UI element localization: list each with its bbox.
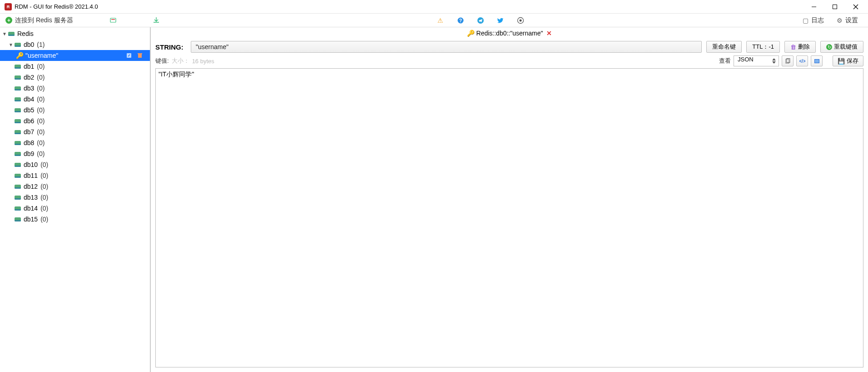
database-node[interactable]: db15(0) [0,214,150,225]
database-node[interactable]: db1(0) [0,61,150,72]
plus-icon: + [5,17,12,24]
rename-button[interactable]: 重命名键 [706,41,742,53]
maximize-icon [832,4,838,10]
edit-key-button[interactable] [125,52,133,59]
database-node[interactable]: db8(0) [0,137,150,148]
database-node[interactable]: db9(0) [0,148,150,159]
database-node[interactable]: db11(0) [0,170,150,181]
database-count: (0) [37,128,45,136]
size-value: 16 bytes [192,58,214,65]
minimize-icon [811,4,817,10]
svg-rect-12 [138,54,142,58]
tab-close-button[interactable]: ✕ [546,30,552,37]
delete-key-button[interactable] [136,52,144,59]
database-node[interactable]: db13(0) [0,192,150,203]
window-title: RDM - GUI for Redis® 2021.4.0 [15,3,98,10]
copy-button[interactable] [782,55,794,66]
import-icon [153,17,160,24]
connect-button[interactable]: + 连接到 Redis 服务器 [3,15,76,25]
database-node[interactable]: db2(0) [0,72,150,83]
help-icon: ? [457,17,464,24]
database-node[interactable]: db10(0) [0,159,150,170]
database-label: db3 [24,85,34,92]
connection-node[interactable]: ▼ Redis [0,28,150,39]
database-icon [14,152,22,156]
key-node[interactable]: 🔑 "username" [0,50,150,61]
database-label: db8 [24,139,34,146]
reload-button[interactable]: ↻重载键值 [820,41,863,53]
reload-label: 重载键值 [834,43,858,51]
help-button[interactable]: ? [456,15,466,25]
chevron-down-icon: ▼ [2,31,7,36]
telegram-button[interactable] [476,15,486,25]
raw-button[interactable] [811,55,823,66]
database-icon [14,130,22,134]
view-format-select[interactable]: JSON [734,55,779,66]
database-count: (0) [37,117,45,125]
database-icon [14,196,22,200]
value-editor[interactable]: "IT小辉同学" [155,68,863,367]
maximize-button[interactable] [824,0,845,14]
code-button[interactable]: </> [796,55,808,66]
database-label: db1 [24,63,34,70]
import-button[interactable] [151,15,161,25]
database-label: db13 [24,194,38,201]
database-count: (0) [37,150,45,157]
server-icon [7,32,15,36]
database-label: db10 [24,161,38,168]
app-icon: R [5,3,12,10]
svg-rect-17 [814,59,819,63]
database-node[interactable]: db4(0) [0,94,150,105]
github-icon [517,17,524,24]
delete-button[interactable]: 🗑删除 [784,41,816,53]
filter-button[interactable] [109,15,119,25]
telegram-icon [477,17,484,24]
database-node[interactable]: db5(0) [0,105,150,116]
database-node[interactable]: db12(0) [0,181,150,192]
database-count: (0) [37,96,45,103]
minimize-button[interactable] [804,0,824,14]
svg-rect-1 [833,5,837,9]
gear-icon: ⚙ [837,17,843,24]
key-type-label: STRING: [155,43,186,51]
database-node[interactable]: db3(0) [0,83,150,94]
svg-rect-4 [110,18,116,22]
database-icon [14,97,22,101]
key-header-row: STRING: 重命名键 TTL：-1 🗑删除 ↻重载键值 [151,39,868,55]
database-node[interactable]: ▼ db0 (1) [0,39,150,50]
database-node[interactable]: db14(0) [0,203,150,214]
database-count: (0) [37,74,45,81]
save-icon: 💾 [838,58,845,65]
database-icon [14,43,22,47]
trash-icon [137,52,143,59]
ttl-label: TTL：-1 [752,43,774,51]
key-name-input[interactable] [191,41,702,53]
database-label: db5 [24,106,34,114]
twitter-button[interactable] [496,15,506,25]
database-node[interactable]: db7(0) [0,126,150,137]
database-icon [14,217,22,221]
ttl-button[interactable]: TTL：-1 [746,41,780,53]
database-label: db15 [24,216,38,223]
settings-button[interactable]: ⚙ 设置 [834,15,861,25]
database-label: db7 [24,128,34,136]
close-button[interactable] [845,0,866,14]
key-label: "username" [25,52,58,59]
database-node[interactable]: db6(0) [0,116,150,126]
save-button[interactable]: 💾保存 [833,55,863,66]
close-icon [853,4,858,10]
reload-icon: ↻ [826,44,832,50]
log-button[interactable]: ▢ 日志 [800,15,827,25]
database-count: (0) [37,63,45,70]
code-icon: </> [799,58,805,64]
edit-icon [126,52,132,59]
warning-button[interactable]: ⚠ [436,15,446,25]
database-count: (1) [37,41,45,48]
github-button[interactable] [516,15,526,25]
database-icon [14,75,22,80]
database-count: (0) [40,183,48,190]
log-icon: ▢ [803,17,808,24]
copy-icon [785,58,791,64]
database-icon [14,108,22,112]
database-count: (0) [40,194,48,201]
